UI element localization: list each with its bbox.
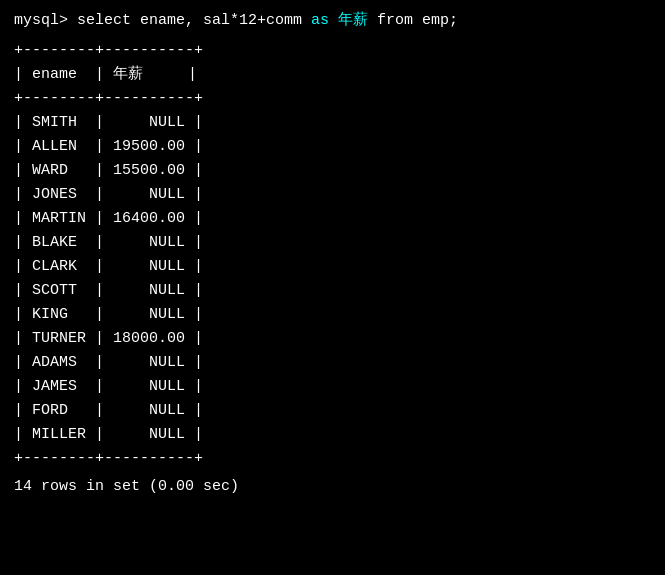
table-row: | SCOTT | NULL | <box>14 279 651 303</box>
table-row: | SMITH | NULL | <box>14 111 651 135</box>
as-keyword: as <box>311 12 329 29</box>
table-row: | KING | NULL | <box>14 303 651 327</box>
header-row: | ename | 年薪 | <box>14 63 651 87</box>
nianxin-text: 年薪 <box>338 12 368 29</box>
separator-header: +--------+----------+ <box>14 87 651 111</box>
table-row: | MARTIN | 16400.00 | <box>14 207 651 231</box>
table-row: | WARD | 15500.00 | <box>14 159 651 183</box>
space <box>329 12 338 29</box>
table-output: +--------+----------+ | ename | 年薪 | +--… <box>14 39 651 471</box>
prompt: mysql> <box>14 12 68 29</box>
separator-bottom: +--------+----------+ <box>14 447 651 471</box>
table-row: | BLAKE | NULL | <box>14 231 651 255</box>
from-clause: from emp; <box>368 12 458 29</box>
row-count: 14 rows in set (0.00 sec) <box>14 478 239 495</box>
separator-top: +--------+----------+ <box>14 39 651 63</box>
footer-line: 14 rows in set (0.00 sec) <box>14 475 651 499</box>
command-line: mysql> select ename, sal*12+comm as 年薪 f… <box>14 10 651 33</box>
table-row: | CLARK | NULL | <box>14 255 651 279</box>
table-row: | ADAMS | NULL | <box>14 351 651 375</box>
table-row: | JAMES | NULL | <box>14 375 651 399</box>
table-row: | JONES | NULL | <box>14 183 651 207</box>
table-row: | TURNER | 18000.00 | <box>14 327 651 351</box>
table-row: | FORD | NULL | <box>14 399 651 423</box>
terminal-window: mysql> select ename, sal*12+comm as 年薪 f… <box>14 10 651 499</box>
table-row: | ALLEN | 19500.00 | <box>14 135 651 159</box>
command-text: select ename, sal*12+comm <box>68 12 311 29</box>
table-row: | MILLER | NULL | <box>14 423 651 447</box>
